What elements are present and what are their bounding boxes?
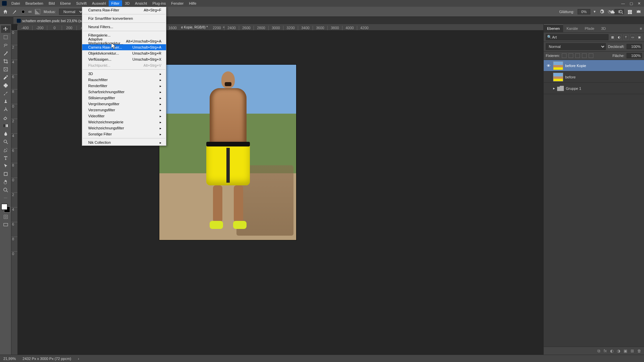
layer-filter-input[interactable] — [546, 34, 608, 40]
shape-tool[interactable] — [1, 170, 10, 178]
adjustment-icon[interactable]: ◑ — [617, 349, 620, 353]
link-icon[interactable]: ⧉ — [597, 349, 600, 353]
menu-ebene[interactable]: Ebene — [57, 0, 73, 6]
menu-item[interactable]: Weichzeichnungsfilter — [82, 125, 166, 131]
filter-smart-icon[interactable]: ▣ — [637, 35, 642, 40]
group-icon[interactable]: ▣ — [624, 349, 627, 353]
lock-paint-icon[interactable] — [569, 53, 573, 58]
menu-item[interactable]: Objektivkorrektur...Umschalt+Strg+R — [82, 50, 166, 56]
more-tools[interactable]: ⋯ — [1, 194, 10, 202]
menu-hilfe[interactable]: Hilfe — [186, 0, 199, 6]
menu-item[interactable]: Nik Collection — [82, 139, 166, 145]
fill-input[interactable] — [627, 53, 642, 58]
filter-type-icon[interactable]: T — [623, 35, 629, 40]
layer-row[interactable]: ▸Gruppe 1 — [544, 83, 644, 94]
path-select-tool[interactable] — [1, 162, 10, 170]
tab-ebenen[interactable]: Ebenen — [544, 24, 563, 32]
wand-tool[interactable] — [1, 50, 10, 57]
crop-tool[interactable] — [1, 58, 10, 65]
menu-item[interactable]: Verzerrungsfilter — [82, 107, 166, 113]
pen-tool[interactable] — [1, 146, 10, 154]
menu-item[interactable]: Renderfilter — [82, 83, 166, 89]
home-icon[interactable] — [3, 9, 8, 14]
menu-plug-ins[interactable]: Plug-ins — [150, 0, 168, 6]
menu-item[interactable]: Verflüssigen...Umschalt+Strg+X — [82, 56, 166, 62]
zoom-tool[interactable] — [1, 186, 10, 194]
panel-menu-icon[interactable]: ≡ — [638, 26, 644, 31]
marquee-tool[interactable] — [1, 34, 10, 41]
menu-item[interactable]: Vergröberungsfilter — [82, 101, 166, 107]
filter-shape-icon[interactable]: ▭ — [630, 35, 635, 40]
filter-pixel-icon[interactable]: ▦ — [610, 35, 615, 40]
history-brush-tool[interactable] — [1, 106, 10, 113]
layer-row[interactable]: before — [544, 71, 644, 83]
workspace-icon[interactable] — [627, 9, 633, 15]
close-icon[interactable]: ✕ — [638, 1, 641, 6]
minimize-icon[interactable]: — — [621, 1, 625, 6]
menu-ansicht[interactable]: Ansicht — [132, 0, 150, 6]
menu-fenster[interactable]: Fenster — [168, 0, 186, 6]
tab-kanale[interactable]: Kanäle — [563, 25, 581, 32]
gradient-tool[interactable] — [1, 122, 10, 129]
layer-blend-select[interactable]: Normal — [546, 43, 606, 50]
healing-tool[interactable] — [1, 82, 10, 89]
menu-item[interactable]: Rauschfilter — [82, 77, 166, 83]
hand-tool[interactable] — [1, 178, 10, 186]
menu-item[interactable]: 3D — [82, 71, 166, 77]
smoothing-input[interactable] — [578, 9, 590, 14]
tab-3d[interactable]: 3D — [598, 25, 609, 32]
opacity-input[interactable] — [627, 44, 642, 49]
maximize-icon[interactable]: ▢ — [630, 1, 633, 6]
filter-adjust-icon[interactable]: ◐ — [616, 35, 622, 40]
lock-all-icon[interactable] — [589, 53, 593, 58]
menu-item[interactable]: Neural Filters... — [82, 24, 166, 30]
mask-icon[interactable]: ◐ — [610, 349, 613, 353]
status-arrow-icon[interactable]: › — [78, 357, 79, 361]
trash-icon[interactable]: 🗑 — [637, 349, 641, 353]
menu-filter[interactable]: Filter — [109, 0, 122, 6]
search-icon[interactable] — [619, 9, 624, 15]
lock-pos-icon[interactable] — [575, 53, 580, 58]
share-icon[interactable] — [636, 9, 641, 15]
lasso-tool[interactable] — [1, 42, 10, 49]
eraser-tool[interactable] — [1, 114, 10, 121]
brush-preview[interactable] — [21, 10, 25, 13]
frame-tool[interactable] — [1, 66, 10, 73]
menu-item[interactable]: Sonstige Filter — [82, 131, 166, 137]
tab-pfade[interactable]: Pfade — [581, 25, 598, 32]
eyedropper-tool[interactable] — [1, 74, 10, 81]
color-swatches[interactable] — [1, 204, 10, 213]
menu-item[interactable]: Camera Raw-FilterAlt+Strg+F — [82, 7, 166, 13]
brush-settings-icon[interactable] — [35, 9, 40, 14]
menu-bild[interactable]: Bild — [46, 0, 57, 6]
move-tool[interactable] — [1, 25, 10, 33]
menu-item[interactable]: Scharfzeichnungsfilter — [82, 89, 166, 95]
lock-trans-icon[interactable] — [562, 53, 567, 58]
quickmask-tool[interactable] — [1, 213, 10, 221]
menu-item[interactable]: Weichzeichnergalerie — [82, 119, 166, 125]
screenmode-tool[interactable] — [1, 221, 10, 229]
visibility-icon[interactable]: 👁 — [546, 64, 551, 68]
menu-item[interactable]: Adaptive Weitwinkelkorrektur...Alt+Umsch… — [82, 38, 166, 44]
fx-icon[interactable]: fx — [604, 349, 607, 353]
menu-item[interactable]: Stilisierungsfilter — [82, 95, 166, 101]
menu-bearbeiten[interactable]: Bearbeiten — [23, 0, 46, 6]
cloud-icon[interactable] — [610, 9, 615, 15]
new-layer-icon[interactable]: ⊞ — [631, 349, 634, 353]
layer-row[interactable]: 👁before Kopie — [544, 60, 644, 71]
menu-datei[interactable]: Datei — [9, 0, 23, 6]
blur-tool[interactable] — [1, 130, 10, 137]
dropdown-caret-icon[interactable]: ▾ — [594, 9, 596, 14]
tab-close-icon[interactable]: × — [223, 25, 225, 29]
type-tool[interactable] — [1, 154, 10, 162]
blend-mode-select[interactable]: Normal — [59, 9, 84, 15]
stamp-tool[interactable] — [1, 98, 10, 105]
menu-item[interactable]: Videofilter — [82, 113, 166, 119]
menu-3d[interactable]: 3D — [122, 0, 132, 6]
menu-schrift[interactable]: Schrift — [73, 0, 89, 6]
expand-icon[interactable]: ▸ — [553, 86, 555, 90]
menu-auswahl[interactable]: Auswahl — [89, 0, 109, 6]
menu-item[interactable]: Für Smartfilter konvertieren — [82, 15, 166, 21]
zoom-value[interactable]: 21,99% — [3, 357, 16, 361]
lock-nest-icon[interactable] — [582, 53, 587, 58]
